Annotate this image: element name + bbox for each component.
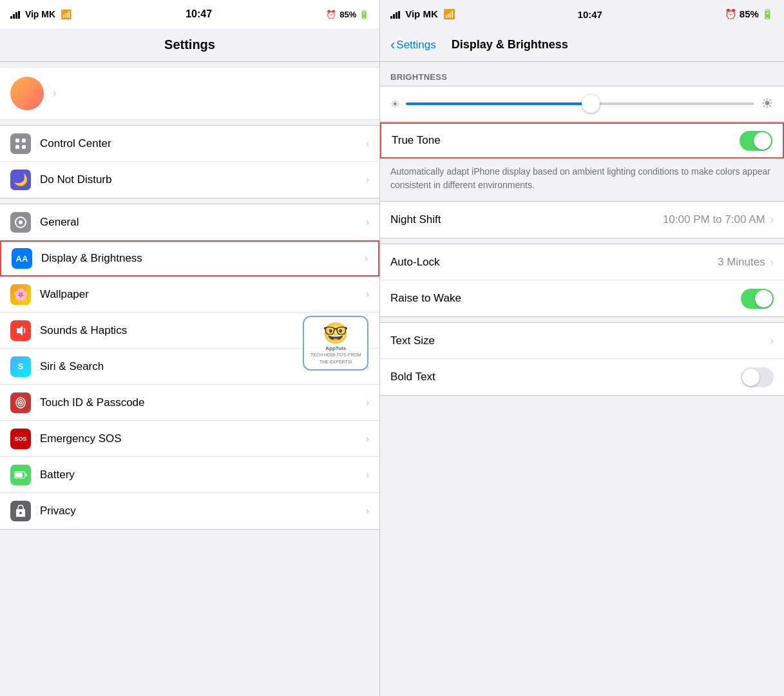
- general-icon: [10, 212, 31, 233]
- svg-rect-3: [18, 11, 20, 19]
- settings-row-do-not-disturb[interactable]: 🌙 Do Not Disturb ›: [0, 162, 379, 198]
- settings-row-battery[interactable]: Battery ›: [0, 457, 379, 493]
- svg-point-12: [18, 400, 23, 406]
- battery-icon: [10, 465, 31, 485]
- sun-large-icon: ☀: [761, 95, 774, 112]
- emergency-sos-icon: SOS: [10, 429, 31, 449]
- svg-rect-0: [10, 16, 12, 19]
- brightness-header: BRIGHTNESS: [380, 62, 784, 86]
- wifi-icon-left: 📶: [61, 9, 72, 19]
- touch-id-label: Touch ID & Passcode: [40, 396, 366, 409]
- settings-row-general[interactable]: General ›: [0, 204, 379, 240]
- svg-rect-15: [15, 472, 23, 477]
- settings-row-privacy[interactable]: Privacy ›: [0, 493, 379, 529]
- time-left: 10:47: [186, 8, 212, 20]
- auto-lock-label: Auto-Lock: [390, 256, 718, 269]
- emergency-sos-chevron: ›: [366, 433, 369, 445]
- auto-lock-row[interactable]: Auto-Lock 3 Minutes ›: [380, 244, 784, 280]
- night-shift-row[interactable]: Night Shift 10:00 PM to 7:00 AM ›: [380, 202, 784, 238]
- right-panel-title: Display & Brightness: [452, 38, 568, 52]
- control-center-chevron: ›: [366, 138, 369, 150]
- settings-row-wallpaper[interactable]: 🌸 Wallpaper ›: [0, 276, 379, 313]
- text-size-chevron: ›: [770, 335, 774, 347]
- svg-rect-4: [15, 139, 19, 142]
- true-tone-toggle[interactable]: [740, 131, 772, 151]
- privacy-chevron: ›: [366, 505, 369, 517]
- sun-small-icon: ☀: [390, 98, 399, 110]
- night-shift-chevron: ›: [770, 214, 774, 226]
- section-gap-1: [380, 238, 784, 244]
- raise-to-wake-row: Raise to Wake: [380, 280, 784, 316]
- display-brightness-icon: AA: [12, 248, 32, 269]
- touch-id-chevron: ›: [366, 397, 369, 409]
- siri-search-label: Siri & Search: [40, 360, 366, 373]
- true-tone-row: True Tone: [380, 122, 784, 159]
- display-brightness-label: Display & Brightness: [41, 252, 365, 265]
- nav-bar-right: ‹ Settings Display & Brightness: [380, 28, 784, 62]
- emergency-sos-label: Emergency SOS: [40, 432, 366, 445]
- svg-rect-20: [396, 12, 397, 19]
- settings-title: Settings: [164, 37, 215, 52]
- battery-label: Battery: [40, 469, 366, 481]
- bold-text-thumb: [742, 369, 760, 386]
- text-section: Text Size › Bold Text: [380, 322, 784, 396]
- general-chevron: ›: [366, 217, 369, 228]
- text-size-label: Text Size: [390, 334, 770, 347]
- svg-rect-1: [13, 14, 15, 19]
- do-not-disturb-icon: 🌙: [10, 169, 31, 190]
- bold-text-toggle[interactable]: [741, 367, 774, 387]
- back-button[interactable]: ‹ Settings: [390, 37, 436, 53]
- lock-section: Auto-Lock 3 Minutes › Raise to Wake: [380, 244, 784, 317]
- brightness-thumb[interactable]: [582, 95, 600, 113]
- settings-row-sounds-haptics[interactable]: Sounds & Haptics ›: [0, 313, 379, 349]
- svg-rect-18: [390, 16, 392, 19]
- settings-row-touch-id[interactable]: Touch ID & Passcode ›: [0, 385, 379, 421]
- svg-rect-6: [15, 145, 19, 149]
- status-right-left: ⏰ 85% 🔋: [326, 10, 369, 19]
- bold-text-row: Bold Text: [380, 359, 784, 395]
- section-gap-2: [380, 317, 784, 322]
- raise-to-wake-toggle[interactable]: [741, 289, 774, 309]
- control-center-label: Control Center: [40, 137, 366, 150]
- svg-rect-16: [26, 474, 27, 476]
- left-panel: Vip MK 📶 10:47 ⏰ 85% 🔋 Settings ›: [0, 0, 380, 696]
- carrier-name-left: Vip MK: [25, 9, 55, 19]
- true-tone-description: Automatically adapt iPhone display based…: [380, 159, 784, 201]
- night-shift-value: 10:00 PM to 7:00 AM: [663, 213, 765, 226]
- section-group-1: Control Center › 🌙 Do Not Disturb ›: [0, 125, 379, 198]
- time-right: 10:47: [578, 9, 602, 20]
- text-size-row[interactable]: Text Size ›: [380, 323, 784, 359]
- battery-left: 85% 🔋: [339, 10, 369, 19]
- brightness-track[interactable]: [406, 102, 754, 105]
- status-bar-left: Vip MK 📶 10:47 ⏰ 85% 🔋: [0, 0, 379, 28]
- auto-lock-value: 3 Minutes: [718, 256, 765, 269]
- avatar-chevron: ›: [53, 88, 56, 99]
- true-tone-label: True Tone: [392, 134, 740, 147]
- alarm-icon-right: ⏰: [725, 8, 737, 19]
- section-group-2: General › AA Display & Brightness › 🌸 Wa…: [0, 204, 379, 530]
- svg-point-9: [19, 220, 23, 224]
- raise-to-wake-thumb: [755, 290, 772, 307]
- true-tone-toggle-thumb: [754, 132, 771, 150]
- night-shift-label: Night Shift: [390, 213, 663, 226]
- display-brightness-chevron: ›: [365, 253, 368, 264]
- battery-chevron: ›: [366, 469, 369, 481]
- right-panel: Vip MK 📶 10:47 ⏰ 85% 🔋 ‹ Settings Displa…: [380, 0, 784, 696]
- brightness-row[interactable]: ☀ ☀: [380, 86, 784, 122]
- siri-search-icon: S: [10, 356, 31, 377]
- wallpaper-chevron: ›: [366, 289, 369, 300]
- settings-row-emergency-sos[interactable]: SOS Emergency SOS ›: [0, 421, 379, 457]
- wallpaper-label: Wallpaper: [40, 288, 366, 301]
- auto-lock-chevron: ›: [770, 256, 774, 268]
- sounds-haptics-label: Sounds & Haptics: [40, 324, 366, 337]
- brightness-section: BRIGHTNESS ☀ ☀: [380, 62, 784, 122]
- wallpaper-icon: 🌸: [10, 284, 31, 305]
- sounds-haptics-icon: [10, 320, 31, 341]
- settings-row-siri-search[interactable]: S Siri & Search ›: [0, 349, 379, 385]
- svg-point-13: [20, 401, 22, 404]
- settings-row-display-brightness[interactable]: AA Display & Brightness ›: [0, 240, 379, 276]
- settings-row-control-center[interactable]: Control Center ›: [0, 126, 379, 162]
- avatar-row[interactable]: ›: [0, 67, 379, 120]
- back-chevron-icon: ‹: [390, 37, 395, 53]
- privacy-icon: [10, 501, 31, 521]
